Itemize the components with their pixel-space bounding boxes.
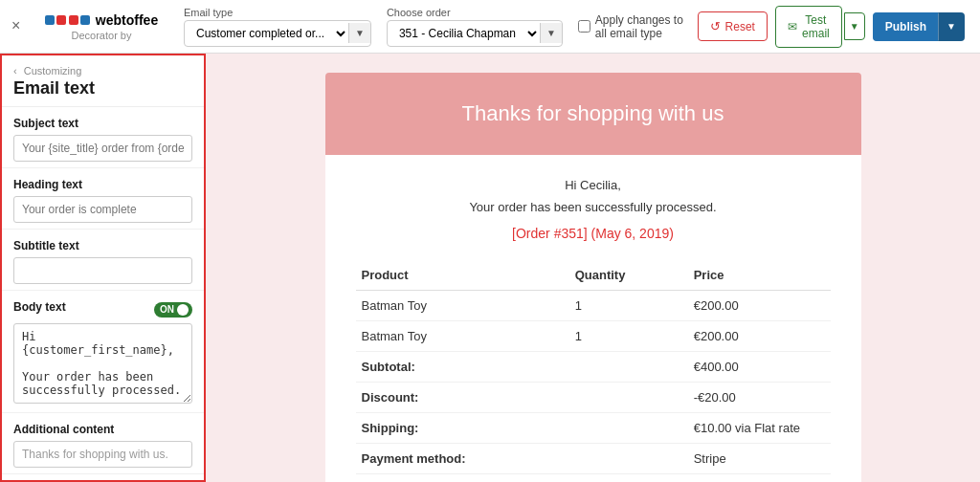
main-layout: ‹ Customizing Email text Subject text He… (0, 54, 980, 482)
email-header-text: Thanks for shopping with us (354, 101, 833, 126)
reset-icon: ↺ (710, 19, 721, 33)
apply-all-label: Apply changes to all email type (595, 13, 690, 40)
test-email-arrow-icon: ▼ (844, 12, 865, 40)
back-button[interactable]: ‹ (13, 65, 17, 77)
summary-label: Discount: (356, 383, 569, 413)
cell-quantity: 1 (569, 291, 688, 321)
apply-all-checkbox-label[interactable]: Apply changes to all email type (578, 13, 690, 40)
body-label-row: Body text ON (13, 300, 192, 318)
summary-value: Stripe (688, 444, 831, 474)
publish-button[interactable]: Publish (873, 12, 938, 41)
subject-label: Subject text (13, 117, 192, 130)
cell-price: €200.00 (688, 321, 831, 352)
email-type-select[interactable]: Customer completed or... (185, 21, 348, 46)
close-button[interactable]: × (11, 17, 20, 34)
subtitle-section: Subtitle text (2, 230, 204, 291)
test-email-button[interactable]: ✉ Test email (775, 6, 842, 48)
body-label: Body text (13, 300, 66, 314)
sidebar: ‹ Customizing Email text Subject text He… (0, 54, 206, 482)
topbar-controls: Email type Customer completed or... ▼ Ch… (184, 7, 563, 47)
heading-section: Heading text (2, 168, 204, 230)
summary-row: Discount: -€20.00 (356, 383, 831, 413)
summary-row: Shipping: €10.00 via Flat rate (356, 413, 831, 444)
email-type-select-wrapper[interactable]: Customer completed or... ▼ (184, 20, 371, 47)
publish-group: Publish ▼ (873, 12, 965, 41)
summary-value: €400.00 (688, 352, 831, 383)
email-intro: Your order has been successfully process… (356, 200, 831, 214)
email-type-group: Email type Customer completed or... ▼ (184, 7, 371, 47)
summary-label: Shipping: (356, 413, 569, 444)
email-type-label: Email type (184, 7, 371, 18)
heading-input[interactable] (13, 196, 192, 223)
topbar-actions: Apply changes to all email type ↺ Reset … (578, 6, 965, 48)
email-body: Hi Cecilia, Your order has been successf… (325, 155, 861, 482)
table-header-row: Product Quantity Price (356, 260, 831, 291)
choose-order-label: Choose order (387, 7, 563, 18)
table-row: Batman Toy 1 €200.00 (356, 321, 831, 352)
brand-name: Decorator by (72, 30, 132, 41)
choose-order-group: Choose order 351 - Cecilia Chapman ▼ (387, 7, 563, 47)
choose-order-arrow-icon: ▼ (540, 23, 562, 43)
choose-order-select[interactable]: 351 - Cecilia Chapman (388, 21, 540, 46)
summary-label: Payment method: (356, 444, 569, 474)
col-header-product: Product (356, 260, 569, 291)
table-row: Batman Toy 1 €200.00 (356, 291, 831, 321)
summary-blank (569, 383, 688, 413)
additional-input[interactable] (13, 441, 192, 468)
body-textarea[interactable]: Hi {customer_first_name}, Your order has… (13, 323, 192, 404)
sidebar-header: ‹ Customizing Email text (2, 55, 204, 107)
brand-sub: webtoffee (96, 12, 158, 28)
logo-icon (45, 15, 90, 25)
heading-label: Heading text (13, 178, 192, 191)
email-greeting: Hi Cecilia, (356, 178, 831, 192)
subject-input[interactable] (13, 135, 192, 162)
reset-label: Reset (725, 20, 755, 33)
toggle-circle (177, 304, 189, 316)
publish-arrow-icon: ▼ (947, 21, 956, 32)
envelope-icon: ✉ (788, 20, 797, 33)
summary-value: €10.00 via Flat rate (688, 413, 831, 444)
subtitle-label: Subtitle text (13, 239, 192, 252)
cell-price: €200.00 (688, 291, 831, 321)
email-preview: Thanks for shopping with us Hi Cecilia, … (206, 54, 980, 482)
sidebar-title: Email text (13, 78, 192, 99)
order-table: Product Quantity Price Batman Toy 1 €200… (356, 260, 831, 474)
email-container: Thanks for shopping with us Hi Cecilia, … (325, 73, 861, 463)
summary-row: Payment method: Stripe (356, 444, 831, 474)
col-header-price: Price (688, 260, 831, 291)
body-section: Body text ON Hi {customer_first_name}, Y… (2, 291, 204, 413)
topbar: × webtoffee Decorator by Email type Cust… (0, 0, 980, 54)
additional-label: Additional content (13, 423, 192, 436)
publish-dropdown-button[interactable]: ▼ (938, 12, 965, 41)
apply-all-checkbox[interactable] (578, 20, 590, 33)
additional-section: Additional content (2, 413, 204, 474)
email-header: Thanks for shopping with us (325, 73, 861, 155)
email-order-link: [Order #351] (May 6, 2019) (356, 226, 831, 241)
summary-label: Subtotal: (356, 352, 569, 383)
summary-blank (569, 444, 688, 474)
col-header-quantity: Quantity (569, 260, 688, 291)
cell-quantity: 1 (569, 321, 688, 352)
subject-section: Subject text (2, 107, 204, 168)
publish-label: Publish (885, 20, 926, 33)
body-toggle[interactable]: ON (154, 302, 192, 318)
toggle-label: ON (160, 304, 174, 315)
breadcrumb: ‹ Customizing (13, 65, 192, 77)
subtitle-input[interactable] (13, 257, 192, 284)
summary-value: -€20.00 (688, 383, 831, 413)
brand-area: webtoffee Decorator by (15, 12, 168, 41)
email-type-arrow-icon: ▼ (348, 23, 370, 43)
summary-row: Subtotal: €400.00 (356, 352, 831, 383)
summary-blank (569, 352, 688, 383)
reset-button[interactable]: ↺ Reset (698, 11, 768, 41)
choose-order-select-wrapper[interactable]: 351 - Cecilia Chapman ▼ (387, 20, 563, 47)
brand-logo: webtoffee (45, 12, 158, 28)
test-email-label: Test email (802, 13, 830, 40)
cell-product: Batman Toy (356, 291, 569, 321)
summary-blank (569, 413, 688, 444)
cell-product: Batman Toy (356, 321, 569, 352)
